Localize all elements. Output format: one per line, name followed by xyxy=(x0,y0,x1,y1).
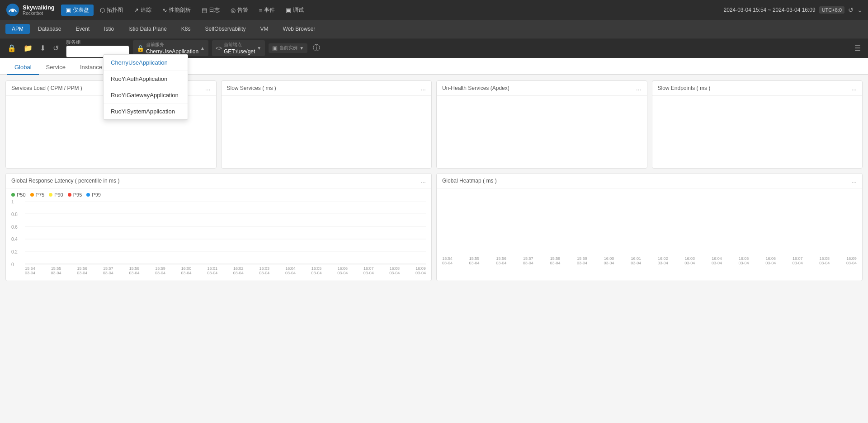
dropdown-item-ruoyi-system[interactable]: RuoYiSystemApplication xyxy=(104,103,188,119)
refresh-button[interactable]: ↺ xyxy=(848,6,854,14)
x-label-item: 16:0203-04 xyxy=(658,256,668,265)
x-label-item: 15:5803-04 xyxy=(129,266,139,275)
logo-icon xyxy=(5,3,20,17)
slow-services-header: Slow Services ( ms ) ... xyxy=(222,81,432,96)
nav-alert[interactable]: ◎ 告警 xyxy=(226,5,253,16)
trace-icon: ↗ xyxy=(134,7,139,14)
secondary-navbar: APM Database Event Istio Istio Data Plan… xyxy=(0,20,868,38)
sec-btn-k8s[interactable]: K8s xyxy=(175,24,197,34)
dropdown-item-cherry[interactable]: CherryUseApplication xyxy=(104,55,188,71)
sec-btn-event[interactable]: Event xyxy=(69,24,96,34)
service-dropdown: CherryUseApplication RuoYiAuthApplicatio… xyxy=(103,54,188,120)
dropdown-item-ruoyi-auth[interactable]: RuoYiAuthApplication xyxy=(104,71,188,87)
sec-btn-istio-dataplane[interactable]: Istio Data Plane xyxy=(122,24,173,34)
tab-service[interactable]: Service xyxy=(39,60,73,75)
x-label-item: 16:0503-04 xyxy=(311,266,322,275)
x-label-item: 15:5903-04 xyxy=(577,256,587,265)
service-group-label: 服务组 xyxy=(66,39,129,46)
layout-settings-btn[interactable]: ☰ xyxy=(853,42,863,54)
latency-chart-svg-container xyxy=(25,201,426,264)
x-label-item: 15:5503-04 xyxy=(469,256,480,265)
sec-btn-selfobs[interactable]: SelfObservability xyxy=(199,24,252,34)
x-label-item: 15:5603-04 xyxy=(77,266,87,275)
lock-icon-btn[interactable]: 🔒 xyxy=(5,42,18,54)
services-load-dots[interactable]: ... xyxy=(205,85,211,92)
x-label-item: 16:0403-04 xyxy=(712,256,722,265)
x-label-item: 16:0703-04 xyxy=(793,256,803,265)
topology-icon: ⬡ xyxy=(100,7,105,14)
x-label-item: 16:0003-04 xyxy=(181,266,192,275)
tab-global[interactable]: Global xyxy=(7,60,39,75)
alert-icon: ◎ xyxy=(231,7,236,14)
endpoint-caret-icon: ▼ xyxy=(257,46,261,51)
svg-point-1 xyxy=(11,9,14,12)
x-label-item: 15:5803-04 xyxy=(550,256,560,265)
x-label-item: 16:0803-04 xyxy=(389,266,400,275)
x-label-item: 16:0903-04 xyxy=(846,256,857,265)
x-label-item: 16:0303-04 xyxy=(684,256,695,265)
un-health-services-panel: Un-Health Services (Apdex) ... xyxy=(436,80,647,169)
heatmap-chart-dots[interactable]: ... xyxy=(851,177,857,184)
legend-p90-dot xyxy=(49,193,52,197)
nav-topology[interactable]: ⬡ 拓扑图 xyxy=(95,5,127,16)
latency-chart-dots[interactable]: ... xyxy=(420,177,426,184)
nav-log[interactable]: ▤ 日志 xyxy=(197,5,224,16)
nav-performance[interactable]: ∿ 性能剖析 xyxy=(158,5,195,16)
dashboard-icon: ▣ xyxy=(66,7,71,14)
x-label-item: 15:5503-04 xyxy=(51,266,61,275)
logo: Skywalking Rocketbot xyxy=(5,3,55,17)
slow-endpoints-dots[interactable]: ... xyxy=(851,85,857,92)
download-icon-btn[interactable]: ⬇ xyxy=(38,42,47,54)
instance-selector-icon: ▣ xyxy=(272,45,278,52)
legend-p75-dot xyxy=(30,193,34,197)
endpoint-selector-icon: <> xyxy=(216,45,222,52)
legend-p50: P50 xyxy=(11,192,26,197)
x-label-item: 15:5703-04 xyxy=(103,266,113,275)
x-label-item: 16:0703-04 xyxy=(363,266,374,275)
log-icon: ▤ xyxy=(202,7,207,14)
sec-btn-vm[interactable]: VM xyxy=(254,24,275,34)
current-service-selector[interactable]: 🔒 当前服务 CherryUseApplication ▲ xyxy=(133,40,208,56)
x-label-item: 16:0903-04 xyxy=(415,266,426,275)
event-icon: ≡ xyxy=(259,7,263,14)
latency-x-axis: 15:5403-0415:5503-0415:5603-0415:5703-04… xyxy=(25,264,426,275)
performance-icon: ∿ xyxy=(162,7,167,14)
info-icon-btn[interactable]: ⓘ xyxy=(311,42,322,55)
x-label-item: 15:5403-04 xyxy=(442,256,453,265)
latency-chart-panel: Global Response Latency ( percentile in … xyxy=(5,173,432,281)
settings-button[interactable]: ⌄ xyxy=(857,6,863,14)
latency-chart-svg xyxy=(25,201,426,264)
current-endpoint-selector[interactable]: <> 当前端点 GET:/use/get ▼ xyxy=(212,40,265,56)
nav-trace[interactable]: ↗ 追踪 xyxy=(129,5,156,16)
nav-debug[interactable]: ▣ 调试 xyxy=(281,5,308,16)
slow-endpoints-panel: Slow Endpoints ( ms ) ... xyxy=(652,80,863,169)
sec-btn-database[interactable]: Database xyxy=(32,24,67,34)
toolbar-right: ☰ xyxy=(853,42,863,54)
x-label-item: 16:0103-04 xyxy=(631,256,641,265)
time-range-display[interactable]: 2024-03-04 15:54 ~ 2024-03-04 16:09 xyxy=(724,7,816,13)
folder-icon-btn[interactable]: 📁 xyxy=(22,42,34,54)
nav-event[interactable]: ≡ 事件 xyxy=(255,5,280,16)
top-navbar: Skywalking Rocketbot ▣ 仪表盘 ⬡ 拓扑图 ↗ 追踪 ∿ … xyxy=(0,0,868,20)
sec-btn-webbrowser[interactable]: Web Browser xyxy=(277,24,322,34)
legend-p99-dot xyxy=(86,193,90,197)
slow-services-dots[interactable]: ... xyxy=(420,85,426,92)
instance-caret-icon: ▼ xyxy=(299,46,304,51)
sec-btn-istio[interactable]: Istio xyxy=(98,24,120,34)
refresh-toolbar-btn[interactable]: ↺ xyxy=(51,42,61,54)
dropdown-item-ruoyi-gateway[interactable]: RuoYiGatewayApplication xyxy=(104,87,188,103)
slow-services-body xyxy=(222,96,432,168)
current-instance-selector[interactable]: ▣ 当前实例 ▼ xyxy=(269,43,307,53)
latency-chart-area: 1 0.8 0.6 0.4 0.2 0 xyxy=(6,199,431,281)
nav-dashboard[interactable]: ▣ 仪表盘 xyxy=(61,5,94,16)
legend-p95-dot xyxy=(68,193,71,197)
un-health-services-dots[interactable]: ... xyxy=(636,85,642,92)
service-selector-icon: 🔒 xyxy=(137,45,144,52)
heatmap-chart-body: 15:5403-0415:5503-0415:5603-0415:5703-04… xyxy=(437,188,862,279)
sec-btn-apm[interactable]: APM xyxy=(5,24,30,34)
x-label-item: 16:0403-04 xyxy=(285,266,296,275)
x-label-item: 15:5603-04 xyxy=(496,256,506,265)
service-caret-icon: ▲ xyxy=(200,46,205,51)
heatmap-chart-panel: Global Heatmap ( ms ) ... 15:5403-0415:5… xyxy=(436,173,863,281)
slow-endpoints-header: Slow Endpoints ( ms ) ... xyxy=(652,81,863,96)
